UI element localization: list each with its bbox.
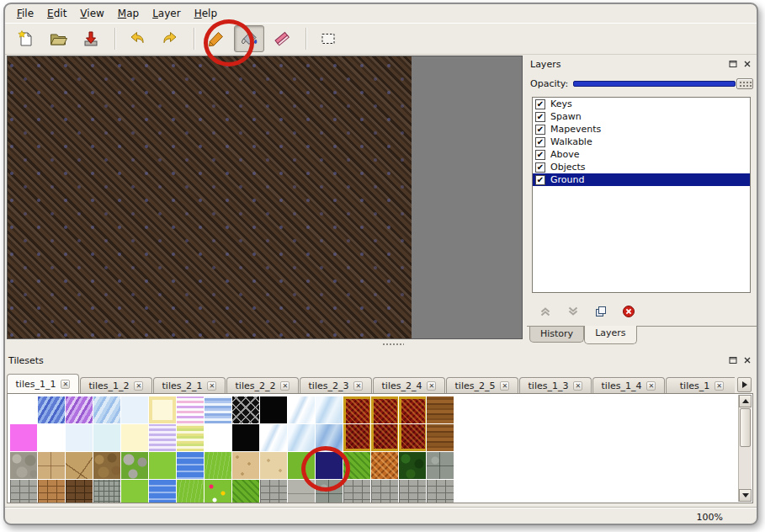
layer-row-objects[interactable]: ✔Objects <box>533 161 750 173</box>
tileset-tile-yellowstripe[interactable] <box>177 424 204 451</box>
tileset-tab-tiles_2_1[interactable]: tiles_2_1✕ <box>153 377 226 393</box>
tileset-tile-cracked[interactable] <box>38 452 65 479</box>
tileset-tile-cobble[interactable] <box>10 452 37 479</box>
tileset-tile-water-deep[interactable] <box>149 480 176 503</box>
layer-visibility-checkbox[interactable]: ✔ <box>535 125 545 135</box>
tileset-tile-bluestripe[interactable] <box>205 396 231 423</box>
menu-item-map[interactable]: Map <box>111 5 146 22</box>
tileset-tile-wood[interactable] <box>427 424 454 451</box>
tab-close-icon[interactable]: ✕ <box>134 381 143 391</box>
scroll-up-button[interactable] <box>739 395 752 407</box>
layers-float-button[interactable] <box>727 59 739 70</box>
scroll-down-button[interactable] <box>739 489 752 502</box>
layer-row-ground[interactable]: ✔Ground <box>533 173 750 186</box>
tab-close-icon[interactable]: ✕ <box>427 381 436 391</box>
menu-item-layer[interactable]: Layer <box>146 5 187 22</box>
fill-tool-button[interactable] <box>234 25 264 52</box>
tileset-tile-green2[interactable] <box>288 452 315 479</box>
tab-close-icon[interactable]: ✕ <box>646 381 656 391</box>
tileset-tile-black[interactable] <box>232 424 259 451</box>
undo-button[interactable] <box>122 25 152 52</box>
tileset-tile-lavstripe[interactable] <box>149 424 176 451</box>
tileset-tile-brickgray[interactable] <box>427 480 454 503</box>
opacity-slider[interactable] <box>573 77 753 89</box>
tileset-tile-navy[interactable] <box>316 452 343 479</box>
tileset-tile-carpet[interactable] <box>343 396 370 423</box>
tilesets-float-button[interactable] <box>727 355 739 366</box>
tileset-tile-water[interactable] <box>38 396 65 423</box>
tileset-tile-brickgray[interactable] <box>10 480 37 503</box>
layer-visibility-checkbox[interactable]: ✔ <box>535 137 545 147</box>
tileset-tile-brickgray[interactable] <box>399 480 426 503</box>
tileset-tab-tiles_2_3[interactable]: tiles_2_3✕ <box>300 377 372 393</box>
tileset-tile-stone[interactable] <box>427 452 454 479</box>
tileset-tile-rocks[interactable] <box>93 452 120 479</box>
tileset-tile-green[interactable] <box>121 480 148 503</box>
tileset-tile-grasstex[interactable] <box>343 452 370 479</box>
tileset-tile-grass[interactable] <box>205 452 231 479</box>
tileset-tile-brickorange[interactable] <box>371 452 398 479</box>
tileset-tile-wood[interactable] <box>427 396 454 423</box>
tileset-tile-streak-light[interactable] <box>260 424 287 451</box>
layer-row-above[interactable]: ✔Above <box>533 148 750 161</box>
tab-scroll-right-button[interactable] <box>737 377 752 392</box>
delete-layer-button[interactable] <box>619 302 639 321</box>
tab-history[interactable]: History <box>529 327 584 343</box>
tab-close-icon[interactable]: ✕ <box>353 381 363 391</box>
pen-tool-button[interactable] <box>201 25 231 52</box>
map-view[interactable] <box>7 56 523 339</box>
tileset-tile-grasstex[interactable] <box>232 480 259 503</box>
menu-item-file[interactable]: File <box>10 5 40 22</box>
layer-row-spawn[interactable]: ✔Spawn <box>533 110 750 123</box>
tileset-tile-stonesmall[interactable] <box>93 480 120 503</box>
tileset-tile-magenta[interactable] <box>10 424 37 451</box>
save-map-button[interactable] <box>76 25 106 52</box>
eraser-tool-button[interactable] <box>267 25 297 52</box>
menu-item-view[interactable]: View <box>73 5 110 22</box>
tab-close-icon[interactable]: ✕ <box>280 381 290 391</box>
tileset-tile-carpet[interactable] <box>399 396 426 423</box>
tileset-tile-sand2[interactable] <box>260 452 287 479</box>
layer-visibility-checkbox[interactable]: ✔ <box>535 175 545 185</box>
layer-visibility-checkbox[interactable]: ✔ <box>535 112 545 122</box>
tileset-tab-tiles_2_4[interactable]: tiles_2_4✕ <box>373 377 445 393</box>
scrollbar-thumb[interactable] <box>740 408 751 447</box>
lower-layer-button[interactable] <box>563 302 583 321</box>
tileset-tab-tiles_2_5[interactable]: tiles_2_5✕ <box>446 377 518 393</box>
opacity-slider-handle[interactable] <box>736 78 753 89</box>
duplicate-layer-button[interactable] <box>591 302 611 321</box>
tileset-tile-streak-light[interactable] <box>288 396 315 423</box>
open-map-button[interactable] <box>43 25 73 52</box>
opacity-slider-track[interactable] <box>573 81 736 87</box>
tileset-tile-lattice[interactable] <box>232 396 259 423</box>
tileset-tile-flowers[interactable] <box>205 480 231 503</box>
tileset-tile-pale[interactable] <box>121 396 148 423</box>
tileset-tile-grayblock[interactable] <box>288 480 315 503</box>
layer-row-walkable[interactable]: ✔Walkable <box>533 136 750 148</box>
select-tool-button[interactable] <box>313 25 343 52</box>
tileset-tile-brickgray[interactable] <box>371 480 398 503</box>
tileset-tile-carpet[interactable] <box>371 396 398 423</box>
tileset-tile-brickgray[interactable] <box>260 480 287 503</box>
tileset-tile-white[interactable] <box>10 396 37 423</box>
tileset-tile-green[interactable] <box>149 452 176 479</box>
tileset-tab-tiles_1_4[interactable]: tiles_1_4✕ <box>592 377 665 393</box>
tileset-tile-water-deep[interactable] <box>177 452 204 479</box>
tileset-tab-tiles_2_2[interactable]: tiles_2_2✕ <box>226 377 299 393</box>
tileset-tile-brickgray[interactable] <box>343 480 370 503</box>
tileset-tile-sand[interactable] <box>232 452 259 479</box>
layer-visibility-checkbox[interactable]: ✔ <box>535 150 545 160</box>
tileset-tab-tiles_1_2[interactable]: tiles_1_2✕ <box>80 377 152 393</box>
layer-row-keys[interactable]: ✔Keys <box>533 98 750 110</box>
menu-item-edit[interactable]: Edit <box>40 5 73 22</box>
tileset-tile-streak-dark[interactable] <box>316 424 343 451</box>
tileset-tile-white[interactable] <box>205 424 231 451</box>
layer-visibility-checkbox[interactable]: ✔ <box>535 99 545 109</box>
tileset-tile-pale[interactable] <box>66 424 93 451</box>
layers-close-button[interactable] <box>741 59 753 70</box>
tileset-tab-tiles_1_1[interactable]: tiles_1_1✕ <box>7 374 79 393</box>
tilesets-close-button[interactable] <box>741 355 753 366</box>
tileset-tile-pinkstripe[interactable] <box>177 396 204 423</box>
tileset-tile-carpet-b[interactable] <box>343 424 370 451</box>
tileset-tab-tiles_1[interactable]: tiles_1✕ <box>666 377 735 393</box>
